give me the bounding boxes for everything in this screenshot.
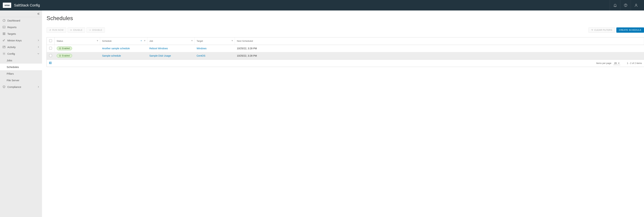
column-header-checkbox[interactable] xyxy=(47,37,54,45)
next-scheduled-cell: 10/25/22, 3:28 PM xyxy=(235,45,644,52)
sidebar: Dashboard Reports Targets Minion Keys Ac… xyxy=(0,10,42,217)
schedule-link[interactable]: Sample schedule xyxy=(100,52,147,59)
chevron-right-icon xyxy=(37,86,40,88)
svg-rect-12 xyxy=(59,48,61,49)
sidebar-item-activity[interactable]: Activity xyxy=(0,44,42,50)
filter-icon xyxy=(591,29,593,31)
enable-button[interactable]: Enable xyxy=(68,27,85,33)
target-link[interactable]: CentOS xyxy=(194,52,235,59)
sidebar-item-targets[interactable]: Targets xyxy=(0,30,42,37)
sidebar-collapse-button[interactable] xyxy=(0,10,42,17)
svg-rect-7 xyxy=(3,34,4,35)
user-icon[interactable] xyxy=(631,0,641,10)
filter-icon[interactable] xyxy=(191,40,193,42)
svg-rect-13 xyxy=(59,55,61,56)
column-label: Job xyxy=(150,40,153,42)
svg-point-11 xyxy=(4,53,4,54)
svg-rect-15 xyxy=(49,62,50,64)
filter-icon[interactable] xyxy=(96,40,98,42)
job-link[interactable]: Reboot Windows xyxy=(147,45,194,52)
gear-icon xyxy=(2,52,6,55)
row-checkbox[interactable] xyxy=(49,54,52,57)
filter-icon[interactable] xyxy=(144,40,146,42)
schedules-table: Status Schedule Job xyxy=(46,37,644,67)
sidebar-item-label: Compliance xyxy=(7,85,21,88)
create-schedule-button[interactable]: Create Schedule xyxy=(616,27,644,33)
svg-rect-6 xyxy=(4,33,5,33)
clear-filters-button[interactable]: Clear Filters xyxy=(588,27,615,33)
filter-icon[interactable] xyxy=(231,40,233,42)
svg-rect-8 xyxy=(4,34,5,35)
sidebar-item-label: Pillars xyxy=(7,72,14,75)
button-label: Run Now xyxy=(52,29,64,31)
check-icon xyxy=(59,55,61,57)
sidebar-item-label: File Server xyxy=(7,79,20,82)
next-scheduled-cell: 10/25/22, 3:28 PM xyxy=(235,52,644,59)
product-title: SaltStack Config xyxy=(14,3,40,7)
activity-icon xyxy=(2,45,6,49)
status-badge: Enabled xyxy=(57,54,72,58)
row-checkbox[interactable] xyxy=(49,47,52,50)
sidebar-item-file-server[interactable]: File Server xyxy=(0,77,42,83)
close-icon xyxy=(89,29,91,31)
column-header-target[interactable]: Target xyxy=(194,37,235,45)
topbar: vmw SaltStack Config xyxy=(0,0,644,10)
sidebar-item-dashboard[interactable]: Dashboard xyxy=(0,17,42,24)
sidebar-item-jobs[interactable]: Jobs xyxy=(0,57,42,64)
column-header-status[interactable]: Status xyxy=(54,37,100,45)
status-label: Enabled xyxy=(62,47,70,50)
sidebar-item-minion-keys[interactable]: Minion Keys xyxy=(0,37,42,44)
status-label: Enabled xyxy=(62,54,70,57)
items-per-page-label: Items per page xyxy=(596,62,612,64)
play-icon xyxy=(70,29,72,31)
column-header-next-scheduled[interactable]: Next Scheduled xyxy=(235,37,644,45)
sidebar-item-compliance[interactable]: Compliance xyxy=(0,83,42,90)
columns-icon[interactable] xyxy=(49,61,52,65)
sidebar-item-reports[interactable]: Reports xyxy=(0,24,42,30)
check-icon xyxy=(59,47,61,49)
chevron-down-icon xyxy=(37,52,40,55)
chevron-right-icon xyxy=(37,46,40,48)
svg-point-9 xyxy=(3,40,4,41)
sidebar-item-label: Dashboard xyxy=(7,19,20,22)
notifications-icon[interactable] xyxy=(610,0,620,10)
sidebar-item-label: Config xyxy=(7,52,15,55)
disable-button[interactable]: Disable xyxy=(86,27,105,33)
column-header-schedule[interactable]: Schedule xyxy=(100,37,147,45)
items-per-page-select[interactable]: 20 xyxy=(613,61,620,65)
button-label: Disable xyxy=(92,29,102,31)
table-footer: Items per page 20 1 - 2 of 2 items xyxy=(47,59,644,67)
column-label: Target xyxy=(197,40,203,42)
sidebar-item-label: Schedules xyxy=(7,65,19,68)
button-label: Create Schedule xyxy=(619,29,642,31)
sidebar-item-label: Reports xyxy=(7,26,16,29)
run-now-button[interactable]: Run Now xyxy=(46,27,66,33)
select-all-checkbox[interactable] xyxy=(49,39,52,42)
job-link[interactable]: Sample Disk Usage xyxy=(147,52,194,59)
sidebar-item-schedules[interactable]: Schedules xyxy=(0,64,42,70)
svg-point-2 xyxy=(636,4,637,5)
table-row[interactable]: Enabled Another sample schedule Reboot W… xyxy=(47,45,644,52)
table-row[interactable]: Enabled Sample schedule Sample Disk Usag… xyxy=(47,52,644,59)
schedule-link[interactable]: Another sample schedule xyxy=(100,45,147,52)
brand-logo: vmw xyxy=(3,2,11,8)
gauge-icon xyxy=(2,19,6,22)
bolt-icon xyxy=(49,29,51,31)
chart-icon xyxy=(2,25,6,29)
sidebar-item-label: Targets xyxy=(7,32,16,35)
column-label: Next Scheduled xyxy=(237,40,253,42)
target-link[interactable]: Windows xyxy=(194,45,235,52)
sidebar-item-pillars[interactable]: Pillars xyxy=(0,70,42,77)
button-label: Clear Filters xyxy=(594,29,612,31)
chevron-right-icon xyxy=(37,39,40,42)
svg-rect-5 xyxy=(3,33,4,33)
sidebar-item-config[interactable]: Config xyxy=(0,50,42,57)
sidebar-item-label: Activity xyxy=(7,46,16,49)
help-icon[interactable] xyxy=(620,0,631,10)
action-bar: Run Now Enable Disable Clear Filters Cre… xyxy=(46,27,644,33)
shield-icon xyxy=(2,85,6,88)
pagination-range: 1 - 2 of 2 items xyxy=(627,62,642,64)
grid-icon xyxy=(2,32,6,35)
column-header-job[interactable]: Job xyxy=(147,37,194,45)
sort-asc-icon[interactable] xyxy=(140,40,142,42)
